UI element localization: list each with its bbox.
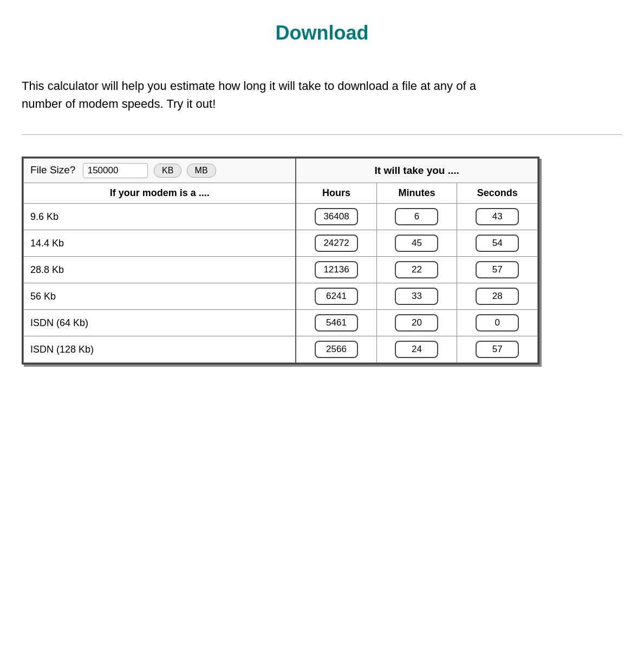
calculator-wrapper: File Size? KB MB It will take you .... I… xyxy=(22,157,539,365)
minutes-value: 33 xyxy=(376,283,457,310)
modem-name: 28.8 Kb xyxy=(24,257,296,283)
header-row-top: File Size? KB MB It will take you .... xyxy=(24,159,538,183)
seconds-display: 57 xyxy=(476,261,519,278)
page-title: Download xyxy=(22,22,622,44)
minutes-value: 20 xyxy=(376,310,457,336)
modem-name: ISDN (128 Kb) xyxy=(24,336,296,363)
file-size-label: File Size? xyxy=(30,164,75,176)
seconds-display: 0 xyxy=(476,314,519,332)
kb-button[interactable]: KB xyxy=(154,164,181,178)
file-size-cell: File Size? KB MB xyxy=(24,159,296,183)
minutes-value: 24 xyxy=(376,336,457,363)
hours-value: 2566 xyxy=(296,336,376,363)
minutes-display: 45 xyxy=(395,235,438,252)
table-row: 9.6 Kb36408643 xyxy=(24,204,538,230)
modem-column-header: If your modem is a .... xyxy=(24,183,296,204)
table-row: 56 Kb62413328 xyxy=(24,283,538,310)
hours-display: 5461 xyxy=(315,314,358,332)
description-text: This calculator will help you estimate h… xyxy=(22,77,509,113)
hours-display: 6241 xyxy=(315,288,358,305)
seconds-display: 57 xyxy=(476,341,519,358)
table-row: 28.8 Kb121362257 xyxy=(24,257,538,283)
table-row: 14.4 Kb242724554 xyxy=(24,230,538,257)
modem-name: 9.6 Kb xyxy=(24,204,296,230)
minutes-column-header: Minutes xyxy=(376,183,457,204)
hours-column-header: Hours xyxy=(296,183,376,204)
modem-name: ISDN (64 Kb) xyxy=(24,310,296,336)
hours-display: 12136 xyxy=(315,261,358,278)
file-size-input[interactable] xyxy=(83,163,148,178)
hours-value: 6241 xyxy=(296,283,376,310)
mb-button[interactable]: MB xyxy=(187,164,216,178)
seconds-column-header: Seconds xyxy=(457,183,538,204)
table-row: ISDN (128 Kb)25662457 xyxy=(24,336,538,363)
minutes-value: 22 xyxy=(376,257,457,283)
seconds-value: 28 xyxy=(457,283,538,310)
hours-display: 2566 xyxy=(315,341,358,358)
hours-value: 12136 xyxy=(296,257,376,283)
seconds-value: 0 xyxy=(457,310,538,336)
seconds-display: 28 xyxy=(476,288,519,305)
divider xyxy=(22,134,622,135)
hours-value: 5461 xyxy=(296,310,376,336)
seconds-value: 43 xyxy=(457,204,538,230)
hours-display: 24272 xyxy=(315,235,358,252)
seconds-display: 54 xyxy=(476,235,519,252)
minutes-display: 6 xyxy=(395,208,438,225)
seconds-value: 57 xyxy=(457,336,538,363)
minutes-display: 22 xyxy=(395,261,438,278)
minutes-display: 24 xyxy=(395,341,438,358)
minutes-value: 45 xyxy=(376,230,457,257)
hours-value: 36408 xyxy=(296,204,376,230)
hours-value: 24272 xyxy=(296,230,376,257)
minutes-value: 6 xyxy=(376,204,457,230)
seconds-value: 54 xyxy=(457,230,538,257)
download-table: File Size? KB MB It will take you .... I… xyxy=(23,158,538,363)
column-headers-row: If your modem is a .... Hours Minutes Se… xyxy=(24,183,538,204)
minutes-display: 33 xyxy=(395,288,438,305)
modem-name: 14.4 Kb xyxy=(24,230,296,257)
minutes-display: 20 xyxy=(395,314,438,332)
hours-display: 36408 xyxy=(315,208,358,225)
table-row: ISDN (64 Kb)5461200 xyxy=(24,310,538,336)
seconds-value: 57 xyxy=(457,257,538,283)
seconds-display: 43 xyxy=(476,208,519,225)
it-will-take-header: It will take you .... xyxy=(296,159,537,183)
modem-name: 56 Kb xyxy=(24,283,296,310)
